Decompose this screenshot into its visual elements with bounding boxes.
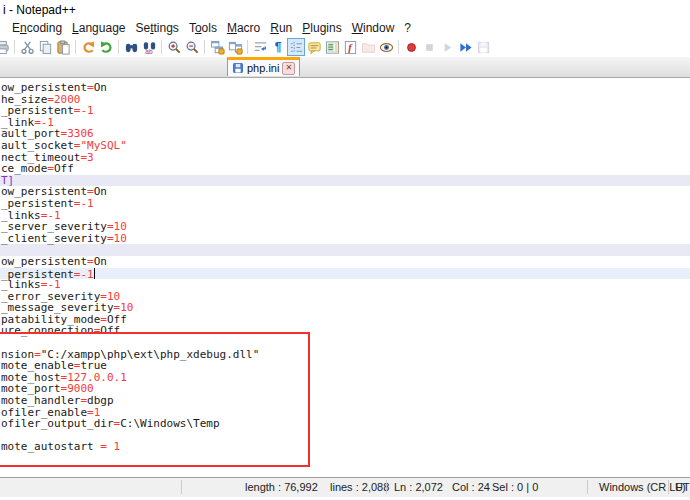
editor-line: _client_severity=10 xyxy=(0,233,690,245)
redo-icon[interactable] xyxy=(98,39,114,55)
macro-save-icon[interactable] xyxy=(475,39,491,55)
menu-item-tools[interactable]: Tools xyxy=(184,20,222,36)
macro-play-icon[interactable] xyxy=(439,39,455,55)
editor-line: ow_persistent=On xyxy=(0,186,690,198)
toolbar-separator xyxy=(14,40,15,54)
editor-line: mote_handler=dbgp xyxy=(0,395,690,407)
title-bar: i - Notepad++ xyxy=(0,0,690,20)
notepadpp-window: { "window": { "title": "i - Notepad++" }… xyxy=(0,0,690,500)
sync-horizontal-icon[interactable] xyxy=(227,39,243,55)
editor-line: mote_autostart = 1 xyxy=(0,441,690,453)
replace-icon[interactable]: ab xyxy=(141,39,157,55)
show-all-chars-icon[interactable]: ¶ xyxy=(270,39,286,55)
zoom-in-icon[interactable] xyxy=(166,39,182,55)
editor-token: Off xyxy=(54,162,74,175)
editor-token: 1 xyxy=(114,440,121,453)
editor-token: On xyxy=(94,185,107,198)
macro-record-icon[interactable] xyxy=(403,39,419,55)
tab-php-ini[interactable]: php.ini ✕ xyxy=(227,57,300,76)
editor-token: ow_persistent xyxy=(1,255,87,268)
editor-area[interactable]: ow_persistent=Onhe_size=2000_persistent=… xyxy=(0,78,690,477)
copy-icon[interactable] xyxy=(37,39,53,55)
menu-item-window[interactable]: Window xyxy=(347,20,400,36)
editor-line xyxy=(0,453,690,465)
menu-item-encoding[interactable]: Encoding xyxy=(7,20,67,36)
editor-line: mote_host=127.0.0.1 xyxy=(0,372,690,384)
undo-icon[interactable] xyxy=(80,39,96,55)
editor-token: = xyxy=(47,162,54,175)
toolbar-separator xyxy=(161,40,162,54)
status-selection: Sel : 0 | 0 xyxy=(492,481,538,493)
editor-line: nect_timeout=3 xyxy=(0,152,690,164)
window-title: i - Notepad++ xyxy=(3,3,76,17)
print-icon[interactable] xyxy=(0,39,10,55)
editor-line: _persistent=-1 xyxy=(0,105,690,117)
status-eol-format: Windows (CR LF) xyxy=(599,481,686,493)
editor-lines: ow_persistent=Onhe_size=2000_persistent=… xyxy=(0,82,690,465)
status-encoding: UT xyxy=(675,481,690,493)
status-bar: length : 76,992 lines : 2,088 Ln : 2,072… xyxy=(0,477,690,497)
function-list-icon[interactable]: f xyxy=(342,39,358,55)
status-doc-lines: lines : 2,088 xyxy=(330,481,389,493)
saved-file-icon xyxy=(232,62,244,74)
word-wrap-icon[interactable] xyxy=(252,39,268,55)
monitor-eye-icon[interactable] xyxy=(378,39,394,55)
menu-item-plugins[interactable]: Plugins xyxy=(297,20,346,36)
editor-token: C:\Windows\Temp xyxy=(120,417,219,430)
status-separator xyxy=(181,480,182,494)
editor-token xyxy=(107,440,114,453)
editor-current-line: _persistent=-1 xyxy=(0,268,690,280)
menu-item-[interactable]: ? xyxy=(399,20,416,36)
toolbar: ab¶f xyxy=(0,37,690,58)
status-separator xyxy=(668,480,669,494)
find-icon[interactable] xyxy=(123,39,139,55)
editor-line: he_size=2000 xyxy=(0,94,690,106)
svg-text:ab: ab xyxy=(145,48,153,55)
editor-token: On xyxy=(94,81,107,94)
editor-line: _persistent=-1 xyxy=(0,198,690,210)
editor-token: On xyxy=(94,255,107,268)
editor-token: -1 xyxy=(80,104,93,117)
macro-run-multiple-icon[interactable] xyxy=(457,39,473,55)
tab-label: php.ini xyxy=(247,62,279,74)
indent-guide-icon[interactable] xyxy=(287,38,305,56)
paste-icon[interactable] xyxy=(55,39,71,55)
editor-token: _client_severity xyxy=(1,232,107,245)
status-separator xyxy=(386,480,387,494)
editor-line: ow_persistent=On xyxy=(0,82,690,94)
folder-workspace-icon[interactable] xyxy=(360,39,376,55)
status-cursor-line: Ln : 2,072 xyxy=(394,481,443,493)
editor-token: = xyxy=(100,440,107,453)
toolbar-separator xyxy=(118,40,119,54)
menu-item-macro[interactable]: Macro xyxy=(222,20,265,36)
tab-bar: php.ini ✕ xyxy=(0,57,690,78)
editor-line: _link=-1 xyxy=(0,117,690,129)
menu-item-run[interactable]: Run xyxy=(265,20,297,36)
editor-token: 10 xyxy=(114,232,127,245)
editor-line: ow_persistent=On xyxy=(0,256,690,268)
editor-token: Off xyxy=(100,324,120,337)
sync-vertical-icon[interactable] xyxy=(209,39,225,55)
zoom-out-icon[interactable] xyxy=(184,39,200,55)
editor-token: -1 xyxy=(80,197,93,210)
text-caret xyxy=(94,268,95,279)
define-language-icon[interactable] xyxy=(306,39,322,55)
tab-close-icon[interactable]: ✕ xyxy=(282,62,295,75)
doc-map-icon[interactable] xyxy=(324,39,340,55)
status-separator xyxy=(587,480,588,494)
editor-line: ofiler_output_dir=C:\Windows\Temp xyxy=(0,418,690,430)
menu-item-settings[interactable]: Settings xyxy=(130,20,183,36)
editor-token: mote_autostart xyxy=(1,440,100,453)
editor-token: ofiler_output_dir xyxy=(1,417,114,430)
editor-token: -1 xyxy=(80,268,93,281)
editor-token: ure_connection xyxy=(1,324,94,337)
menu-item-language[interactable]: Language xyxy=(67,20,130,36)
editor-token: 3 xyxy=(87,151,94,164)
editor-line: ce_mode=Off xyxy=(0,163,690,175)
macro-stop-icon[interactable] xyxy=(421,39,437,55)
toolbar-separator xyxy=(75,40,76,54)
cut-icon[interactable] xyxy=(19,39,35,55)
editor-token: = xyxy=(87,81,94,94)
toolbar-separator xyxy=(247,40,248,54)
status-cursor-col: Col : 24 xyxy=(452,481,490,493)
